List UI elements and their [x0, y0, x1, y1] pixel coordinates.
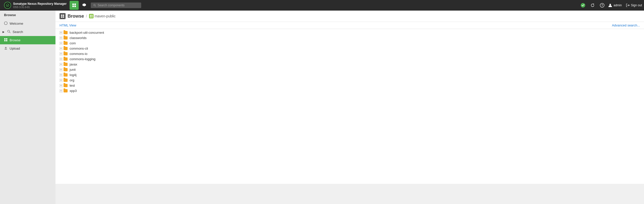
upload-icon	[4, 46, 8, 51]
tree-expand-icon[interactable]: +	[60, 52, 63, 55]
username-label: admin	[613, 4, 622, 7]
folder-icon	[64, 79, 68, 82]
file-tree: + backport-util-concurrent + classworlds…	[55, 29, 644, 184]
repo-name: maven-public	[95, 14, 115, 18]
top-navigation: Sonatype Nexus Repository Manager OSS 3.…	[0, 0, 644, 11]
tree-expand-icon[interactable]: +	[60, 31, 63, 34]
folder-icon	[64, 89, 68, 92]
browse-nav-button[interactable]	[70, 1, 79, 10]
main-layout: Browse Welcome ▶ Search	[0, 11, 644, 204]
app-title: Sonatype Nexus Repository Manager	[13, 2, 67, 6]
svg-rect-3	[72, 6, 74, 7]
tree-item-name: com	[70, 41, 76, 45]
brand-area: Sonatype Nexus Repository Manager OSS 3.…	[2, 2, 69, 9]
svg-point-5	[94, 4, 95, 6]
search-input[interactable]	[98, 4, 139, 7]
svg-rect-22	[63, 15, 64, 16]
tree-expand-icon[interactable]: +	[60, 58, 63, 61]
advanced-search-link[interactable]: Advanced search...	[612, 23, 640, 27]
svg-point-0	[6, 4, 9, 7]
sign-out-button[interactable]: Sign out	[626, 3, 642, 7]
help-button[interactable]: ?	[598, 2, 606, 9]
tree-item[interactable]: + com	[55, 41, 644, 46]
svg-rect-1	[72, 4, 74, 5]
tree-item-name: classworlds	[70, 36, 86, 40]
tree-expand-icon[interactable]: +	[60, 37, 63, 40]
sidebar-item-search[interactable]: ▶ Search	[0, 28, 55, 36]
folder-icon	[64, 31, 68, 34]
user-section[interactable]: admin	[608, 3, 622, 8]
sidebar-header: Browse	[0, 11, 55, 19]
tree-item-name: javax	[70, 62, 77, 66]
tree-item[interactable]: + org	[55, 78, 644, 83]
tree-item[interactable]: + junit	[55, 67, 644, 72]
folder-icon	[64, 63, 68, 66]
svg-rect-23	[61, 16, 62, 18]
folder-icon	[64, 52, 68, 55]
tree-item[interactable]: + test	[55, 83, 644, 88]
tree-item[interactable]: + log4j	[55, 72, 644, 78]
svg-rect-21	[61, 15, 62, 16]
tree-item[interactable]: + xpp3	[55, 88, 644, 93]
svg-point-10	[609, 4, 611, 5]
svg-line-14	[10, 32, 11, 33]
search-icon	[7, 30, 11, 34]
svg-rect-26	[92, 15, 93, 16]
svg-rect-4	[74, 6, 76, 7]
tree-expand-icon[interactable]: +	[60, 74, 63, 77]
html-view-link[interactable]: HTML View	[60, 23, 76, 27]
tree-item-name: commons-logging	[70, 57, 96, 61]
tree-item[interactable]: + javax	[55, 62, 644, 67]
tree-item-name: xpp3	[70, 89, 77, 93]
tree-expand-icon[interactable]: +	[60, 63, 63, 66]
breadcrumb-bar: Browse / maven-public	[55, 11, 644, 22]
folder-icon	[64, 57, 68, 61]
app-subtitle: OSS 3.31.0-01	[13, 6, 67, 9]
tree-expand-icon[interactable]: +	[60, 84, 63, 87]
folder-icon	[64, 42, 68, 45]
tree-item[interactable]: + commons-logging	[55, 56, 644, 62]
svg-rect-28	[92, 16, 93, 17]
folder-icon	[64, 47, 68, 50]
search-box[interactable]	[91, 3, 141, 8]
folder-icon	[64, 36, 68, 40]
tree-expand-icon[interactable]: +	[60, 89, 63, 92]
tree-item[interactable]: + backport-util-concurrent	[55, 30, 644, 35]
status-icon	[579, 2, 587, 9]
settings-nav-button[interactable]	[80, 1, 89, 10]
refresh-button[interactable]	[589, 2, 596, 9]
tree-expand-icon[interactable]: +	[60, 79, 63, 82]
tree-item[interactable]: + commons-io	[55, 51, 644, 56]
sidebar-item-browse[interactable]: Browse	[0, 36, 55, 44]
svg-rect-18	[6, 40, 7, 41]
brand-logo	[4, 2, 11, 9]
tree-expand-icon[interactable]: +	[60, 47, 63, 50]
tree-item-name: log4j	[70, 73, 76, 77]
folder-icon	[64, 73, 68, 77]
svg-rect-15	[4, 38, 6, 40]
welcome-icon	[4, 21, 8, 26]
svg-rect-17	[4, 40, 6, 41]
svg-rect-16	[6, 38, 7, 40]
repo-badge-icon	[89, 14, 94, 18]
sidebar-item-welcome[interactable]: Welcome	[0, 19, 55, 28]
sidebar-browse-label: Browse	[10, 38, 20, 42]
tree-item-name: commons-io	[70, 52, 87, 56]
browse-breadcrumb-icon	[60, 13, 66, 19]
svg-text:?: ?	[601, 4, 603, 7]
sidebar-welcome-label: Welcome	[10, 22, 23, 25]
tree-item[interactable]: + classworlds	[55, 35, 644, 41]
tree-expand-icon[interactable]: +	[60, 42, 63, 45]
folder-icon	[64, 84, 68, 87]
view-tabs: HTML View Advanced search...	[55, 22, 644, 29]
svg-rect-27	[90, 16, 91, 17]
svg-line-6	[95, 6, 96, 7]
tree-item-name: test	[70, 84, 75, 87]
tree-item-name: backport-util-concurrent	[70, 31, 104, 35]
tree-expand-icon[interactable]: +	[60, 68, 63, 71]
sidebar-search-label: Search	[13, 30, 23, 34]
search-arrow-icon: ▶	[3, 30, 5, 33]
tree-item[interactable]: + commons-cli	[55, 46, 644, 51]
tree-item-name: commons-cli	[70, 47, 88, 50]
sidebar-item-upload[interactable]: Upload	[0, 44, 55, 53]
